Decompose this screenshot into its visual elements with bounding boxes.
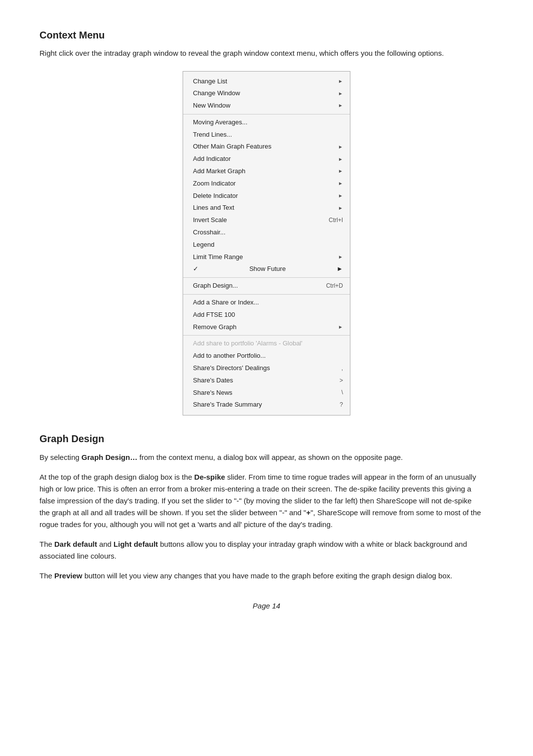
menu-group-2: Moving Averages... Trend Lines... Other …: [183, 114, 350, 278]
menu-group-4: Add a Share or Index... Add FTSE 100 Rem…: [183, 295, 350, 336]
menu-label-moving-averages: Moving Averages...: [193, 117, 247, 128]
menu-label-change-list: Change List: [193, 76, 227, 87]
shortcut-trade: ?: [340, 400, 343, 410]
menu-label-limit-time-range: Limit Time Range: [193, 252, 243, 263]
menu-label-add-ftse: Add FTSE 100: [193, 310, 235, 320]
menu-group-3: Graph Design... Ctrl+D: [183, 278, 350, 295]
menu-label-add-portfolio: Add share to portfolio 'Alarms - Global': [193, 339, 303, 349]
menu-label-other-main-graph: Other Main Graph Features: [193, 142, 271, 152]
arrow-limit-time-range: ►: [338, 253, 343, 261]
shortcut-news: \: [342, 388, 343, 397]
arrow-remove-graph: ►: [338, 323, 343, 331]
menu-label-directors-dealings: Share's Directors' Dealings: [193, 363, 270, 374]
menu-item-add-portfolio[interactable]: Add share to portfolio 'Alarms - Global': [183, 338, 350, 350]
arrow-change-window: ►: [338, 90, 343, 98]
shortcut-dates: >: [340, 376, 343, 385]
arrow-add-market-graph: ►: [338, 167, 343, 175]
shortcut-invert-scale: Ctrl+I: [329, 216, 343, 225]
menu-item-trend-lines[interactable]: Trend Lines...: [183, 129, 350, 141]
graph-design-para-4: The Preview button will let you view any…: [39, 570, 484, 582]
menu-item-add-market-graph[interactable]: Add Market Graph ►: [183, 165, 350, 178]
shortcut-graph-design: Ctrl+D: [326, 281, 343, 291]
arrow-other-main-graph: ►: [338, 143, 343, 151]
menu-label-crosshair: Crosshair...: [193, 227, 226, 238]
menu-label-change-window: Change Window: [193, 88, 240, 99]
arrow-change-list: ►: [338, 77, 343, 85]
graph-design-para-2: At the top of the graph design dialog bo…: [39, 471, 484, 530]
menu-label-legend: Legend: [193, 240, 214, 250]
menu-label-invert-scale: Invert Scale: [193, 215, 227, 226]
menu-label-delete-indicator: Delete Indicator: [193, 191, 238, 201]
menu-item-change-window[interactable]: Change Window ►: [183, 87, 350, 100]
menu-item-legend[interactable]: Legend: [183, 239, 350, 251]
menu-item-graph-design[interactable]: Graph Design... Ctrl+D: [183, 280, 350, 292]
shortcut-directors: ,: [342, 364, 343, 373]
menu-label-add-indicator: Add Indicator: [193, 154, 231, 164]
menu-label-shares-dates: Share's Dates: [193, 376, 233, 386]
menu-label-graph-design: Graph Design...: [193, 281, 238, 291]
arrow-new-window: ►: [338, 102, 343, 110]
context-menu-container: Change List ► Change Window ► New Window…: [39, 71, 494, 416]
menu-item-delete-indicator[interactable]: Delete Indicator ►: [183, 190, 350, 202]
menu-item-trade-summary[interactable]: Share's Trade Summary ?: [183, 399, 350, 411]
menu-group-5: Add share to portfolio 'Alarms - Global'…: [183, 336, 350, 413]
menu-label-new-window: New Window: [193, 101, 230, 111]
menu-item-add-ftse[interactable]: Add FTSE 100: [183, 309, 350, 321]
menu-item-lines-and-text[interactable]: Lines and Text ►: [183, 202, 350, 214]
arrow-show-future: ►: [337, 264, 343, 274]
menu-item-change-list[interactable]: Change List ►: [183, 76, 350, 88]
menu-label-zoom-indicator: Zoom Indicator: [193, 179, 236, 189]
menu-label-trade-summary: Share's Trade Summary: [193, 400, 262, 410]
menu-item-zoom-indicator[interactable]: Zoom Indicator ►: [183, 178, 350, 190]
arrow-lines-and-text: ►: [338, 204, 343, 212]
menu-item-moving-averages[interactable]: Moving Averages...: [183, 116, 350, 129]
menu-item-other-main-graph[interactable]: Other Main Graph Features ►: [183, 141, 350, 153]
menu-item-add-indicator[interactable]: Add Indicator ►: [183, 153, 350, 165]
menu-label-add-another-portfolio: Add to another Portfolio...: [193, 351, 266, 361]
page-number: Page 14: [39, 602, 494, 610]
menu-item-show-future[interactable]: ✓ Show Future ►: [183, 263, 350, 275]
graph-design-section: Graph Design By selecting Graph Design… …: [39, 433, 494, 582]
context-menu-title: Context Menu: [39, 30, 494, 41]
menu-item-limit-time-range[interactable]: Limit Time Range ►: [183, 251, 350, 264]
menu-label-show-future: Show Future: [249, 264, 286, 274]
menu-label-shares-news: Share's News: [193, 388, 232, 398]
menu-label-remove-graph: Remove Graph: [193, 322, 236, 333]
menu-item-new-window[interactable]: New Window ►: [183, 100, 350, 112]
menu-label-add-market-graph: Add Market Graph: [193, 166, 245, 177]
menu-item-add-another-portfolio[interactable]: Add to another Portfolio...: [183, 350, 350, 362]
context-menu: Change List ► Change Window ► New Window…: [183, 71, 350, 416]
menu-label-add-share: Add a Share or Index...: [193, 298, 259, 308]
menu-item-crosshair[interactable]: Crosshair...: [183, 227, 350, 239]
menu-item-remove-graph[interactable]: Remove Graph ►: [183, 321, 350, 334]
menu-item-add-share[interactable]: Add a Share or Index...: [183, 297, 350, 309]
menu-group-1: Change List ► Change Window ► New Window…: [183, 74, 350, 114]
menu-label-trend-lines: Trend Lines...: [193, 130, 232, 140]
arrow-zoom-indicator: ►: [338, 180, 343, 188]
menu-item-shares-news[interactable]: Share's News \: [183, 387, 350, 399]
graph-design-para-1: By selecting Graph Design… from the cont…: [39, 452, 484, 463]
graph-design-title: Graph Design: [39, 433, 494, 445]
arrow-delete-indicator: ►: [338, 192, 343, 200]
arrow-add-indicator: ►: [338, 155, 343, 163]
menu-item-directors-dealings[interactable]: Share's Directors' Dealings ,: [183, 362, 350, 375]
menu-label-lines-and-text: Lines and Text: [193, 203, 234, 213]
menu-item-invert-scale[interactable]: Invert Scale Ctrl+I: [183, 214, 350, 227]
graph-design-para-3: The Dark default and Light default butto…: [39, 538, 484, 562]
check-show-future: ✓: [193, 264, 198, 274]
context-menu-intro: Right click over the intraday graph wind…: [39, 48, 444, 59]
menu-item-shares-dates[interactable]: Share's Dates >: [183, 375, 350, 387]
